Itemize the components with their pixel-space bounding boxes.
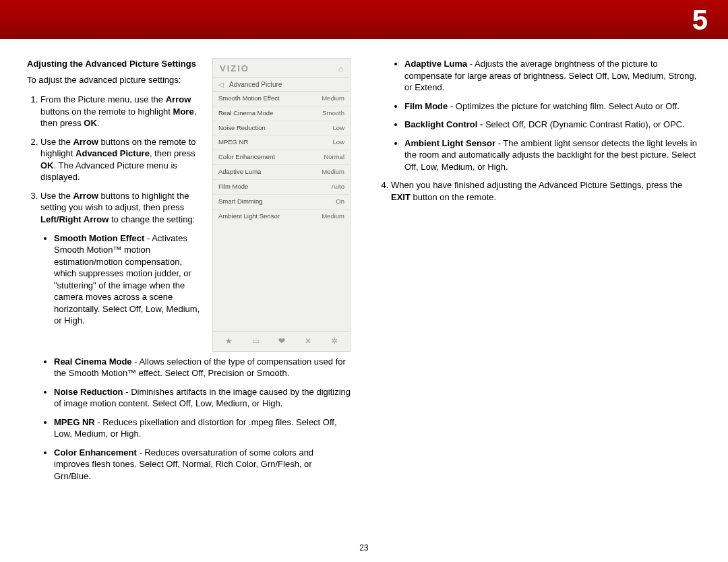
bullet: Adaptive Luma - Adjusts the average brig… xyxy=(404,58,701,94)
rectangle-icon: ▭ xyxy=(252,336,260,346)
chevron-down-icon: ❤ xyxy=(278,336,285,346)
tv-menu-title: Advanced Picture xyxy=(229,80,282,90)
star-icon: ★ xyxy=(225,336,233,346)
chapter-number: 5 xyxy=(692,4,708,36)
tv-row: Ambient Light SensorMedium xyxy=(213,210,350,224)
page-number: 23 xyxy=(359,543,368,553)
tv-menu-figure: VIZIO ⌂ ◁ Advanced Picture Smooth Motion… xyxy=(212,58,351,352)
tv-row: Adaptive LumaMedium xyxy=(213,165,350,180)
gear-icon: ✲ xyxy=(331,336,338,346)
tv-row: Noise ReductionLow xyxy=(213,121,350,136)
bullets-list-cont: Real Cinema Mode - Allows selection of t… xyxy=(27,356,351,482)
back-arrow-icon: ◁ xyxy=(218,80,224,90)
tv-footer-icons: ★ ▭ ❤ ✕ ✲ xyxy=(213,331,350,350)
tv-row: Smart DimmingOn xyxy=(213,195,350,210)
tv-row: MPEG NRLow xyxy=(213,135,350,150)
bullet: Noise Reduction - Diminishes artifacts i… xyxy=(54,386,351,410)
tv-row: Color EnhancementNormal xyxy=(213,150,350,165)
bullet: Real Cinema Mode - Allows selection of t… xyxy=(54,356,351,379)
left-column: VIZIO ⌂ ◁ Advanced Picture Smooth Motion… xyxy=(27,58,351,489)
tv-menu-rows: Smooth Motion EffectMedium Real Cinema M… xyxy=(213,92,350,223)
vizio-logo: VIZIO xyxy=(220,63,249,75)
bullet: MPEG NR - Reduces pixellation and distor… xyxy=(54,416,351,440)
close-icon: ✕ xyxy=(305,336,311,346)
bullets-list-right: Adaptive Luma - Adjusts the average brig… xyxy=(377,58,701,173)
bullet: Backlight Control - Select Off, DCR (Dyn… xyxy=(404,119,701,131)
tv-row: Film ModeAuto xyxy=(213,180,350,195)
bullet: Ambient Light Sensor - The ambient light… xyxy=(404,137,701,173)
bullet: Film Mode - Optimizes the picture for wa… xyxy=(404,100,701,113)
steps-list-right: When you have finished adjusting the Adv… xyxy=(377,179,701,203)
home-icon: ⌂ xyxy=(338,63,343,74)
tv-row: Real Cinema ModeSmooth xyxy=(213,106,350,121)
page-content: VIZIO ⌂ ◁ Advanced Picture Smooth Motion… xyxy=(0,39,728,489)
right-column: Adaptive Luma - Adjusts the average brig… xyxy=(377,58,701,489)
step: When you have finished adjusting the Adv… xyxy=(391,179,701,203)
header-bar: 5 xyxy=(0,0,728,39)
bullet: Color Enhancement - Reduces oversaturati… xyxy=(54,447,351,482)
tv-row: Smooth Motion EffectMedium xyxy=(213,92,350,106)
